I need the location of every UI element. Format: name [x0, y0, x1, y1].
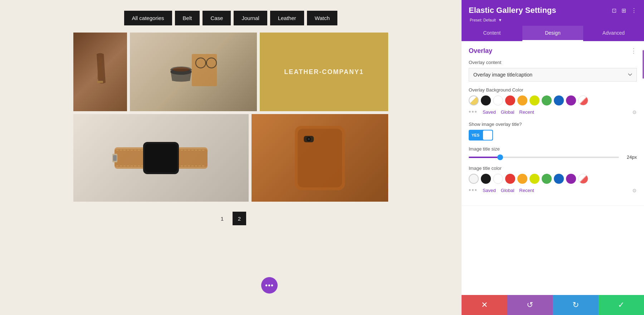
- layout-icon[interactable]: ⊞: [621, 7, 626, 14]
- title-size-slider-track: [469, 157, 619, 158]
- gallery-row-top: LEATHER-COMPANY1: [73, 33, 388, 111]
- title-global-link[interactable]: Global: [501, 188, 514, 193]
- tab-advanced[interactable]: Advanced: [583, 26, 644, 41]
- panel-title: Elastic Gallery Settings: [469, 6, 556, 15]
- color-swatch-white[interactable]: [493, 95, 503, 105]
- gallery-row-bottom: [73, 114, 388, 202]
- title-color-settings-gear-icon[interactable]: ⚙: [632, 188, 637, 193]
- color-swatch-purple[interactable]: [566, 95, 576, 105]
- title-saved-link[interactable]: Saved: [483, 188, 496, 193]
- title-color-swatch-white[interactable]: [493, 174, 503, 184]
- color-swatch-red[interactable]: [505, 95, 515, 105]
- overlay-title-text: LEATHER-COMPANY1: [284, 68, 364, 76]
- gallery-grid: LEATHER-COMPANY1: [73, 33, 388, 205]
- title-size-value: 24px: [623, 154, 637, 160]
- title-color-swatch-orange[interactable]: [517, 174, 527, 184]
- color-swatch-eraser[interactable]: [578, 95, 588, 105]
- recent-link[interactable]: Recent: [519, 109, 534, 115]
- toggle-container: YES: [469, 130, 637, 141]
- filter-watch[interactable]: Watch: [307, 11, 338, 25]
- gallery-area: All categories Belt Case Journal Leather…: [0, 0, 462, 315]
- tab-content[interactable]: Content: [462, 26, 522, 41]
- title-color-meta: ••• Saved Global Recent ⚙: [469, 187, 637, 194]
- filter-belt[interactable]: Belt: [175, 11, 200, 25]
- overlay-bg-color-label: Overlay Background Color: [469, 87, 637, 93]
- menu-icon[interactable]: ⋮: [631, 7, 637, 14]
- toggle-yes-label: YES: [472, 133, 479, 137]
- preset-label[interactable]: Preset: Default ▼: [469, 17, 502, 23]
- panel-body: Overlay ⋮ Overlay content Overlay image …: [462, 41, 644, 295]
- settings-panel: Elastic Gallery Settings ⊡ ⊞ ⋮ Preset: D…: [462, 0, 644, 315]
- filter-leather[interactable]: Leather: [270, 11, 304, 25]
- title-color-swatch-purple[interactable]: [566, 174, 576, 184]
- floating-more-button[interactable]: •••: [261, 277, 278, 294]
- show-title-label: Show image overlay title?: [469, 122, 637, 127]
- svg-rect-0: [97, 81, 103, 83]
- title-size-slider-fill: [469, 157, 499, 158]
- title-size-slider-thumb[interactable]: [497, 154, 503, 160]
- title-color-swatch-blue[interactable]: [554, 174, 564, 184]
- title-color-swatch-transparent[interactable]: [469, 174, 479, 184]
- gallery-item-belt[interactable]: [73, 33, 127, 111]
- save-button[interactable]: ✓: [599, 295, 644, 315]
- overlay-content-row: Overlay content Overlay image title/capt…: [469, 60, 637, 82]
- redo-button[interactable]: ↻: [553, 295, 599, 315]
- color-swatch-green[interactable]: [542, 95, 552, 105]
- cancel-button[interactable]: ✕: [462, 295, 507, 315]
- title-color-label: Image title color: [469, 166, 637, 171]
- title-color-swatch-eraser[interactable]: [578, 174, 588, 184]
- gallery-item-journal[interactable]: [130, 33, 257, 111]
- section-title: Overlay: [469, 47, 492, 55]
- show-title-row: Show image overlay title? YES: [469, 122, 637, 141]
- title-color-swatches: [469, 174, 637, 184]
- title-size-slider-row: 24px: [469, 154, 637, 160]
- tab-design[interactable]: Design: [522, 26, 583, 41]
- panel-footer: ✕ ↺ ↻ ✓: [462, 295, 644, 315]
- title-color-swatch-red[interactable]: [505, 174, 515, 184]
- filter-case[interactable]: Case: [203, 11, 231, 25]
- title-color-swatch-yellow[interactable]: [530, 174, 540, 184]
- pagination: 1 2: [215, 212, 246, 225]
- saved-link[interactable]: Saved: [483, 109, 496, 115]
- color-swatch-transparent[interactable]: [469, 95, 479, 105]
- global-link[interactable]: Global: [501, 109, 514, 115]
- svg-rect-15: [113, 155, 117, 161]
- overlay-bg-color-swatches: [469, 95, 637, 105]
- color-swatch-blue[interactable]: [554, 95, 564, 105]
- title-recent-link[interactable]: Recent: [519, 188, 534, 193]
- undo-button[interactable]: ↺: [507, 295, 553, 315]
- title-color-swatch-black[interactable]: [481, 174, 491, 184]
- title-color-swatch-green[interactable]: [542, 174, 552, 184]
- color-expand-dots[interactable]: •••: [469, 108, 478, 116]
- overlay-bg-color-row: Overlay Background Color ••• Saved: [469, 87, 637, 116]
- color-settings-gear-icon[interactable]: ⚙: [632, 109, 637, 115]
- show-title-toggle[interactable]: YES: [469, 130, 493, 141]
- panel-header: Elastic Gallery Settings ⊡ ⊞ ⋮ Preset: D…: [462, 0, 644, 26]
- title-size-row: Image title size 24px: [469, 146, 637, 160]
- color-swatch-orange[interactable]: [517, 95, 527, 105]
- title-color-row: Image title color ••• Saved Globa: [469, 166, 637, 194]
- toggle-knob: [483, 131, 492, 140]
- filter-journal[interactable]: Journal: [234, 11, 267, 25]
- panel-tabs: Content Design Advanced: [462, 26, 644, 41]
- svg-point-3: [172, 67, 190, 72]
- title-size-label: Image title size: [469, 146, 637, 152]
- section-header: Overlay ⋮: [469, 47, 637, 55]
- overlay-content-label: Overlay content: [469, 60, 637, 65]
- gallery-item-watch[interactable]: [73, 114, 249, 202]
- page-2-button[interactable]: 2: [233, 212, 246, 225]
- responsive-icon[interactable]: ⊡: [612, 7, 616, 14]
- color-swatch-black[interactable]: [481, 95, 491, 105]
- overlay-color-meta: ••• Saved Global Recent ⚙: [469, 108, 637, 116]
- title-color-expand-dots[interactable]: •••: [469, 187, 478, 194]
- color-swatch-yellow[interactable]: [530, 95, 540, 105]
- filter-all-categories[interactable]: All categories: [124, 11, 172, 25]
- gallery-item-case[interactable]: [252, 114, 388, 202]
- gallery-item-leather[interactable]: LEATHER-COMPANY1: [260, 33, 388, 111]
- page-1-button[interactable]: 1: [215, 212, 229, 225]
- more-dots-icon: •••: [265, 281, 274, 290]
- section-more-icon[interactable]: ⋮: [630, 47, 637, 55]
- overlay-content-select[interactable]: Overlay image title/caption: [469, 68, 637, 82]
- panel-header-icons: ⊡ ⊞ ⋮: [612, 7, 637, 14]
- scroll-indicator: [643, 50, 644, 79]
